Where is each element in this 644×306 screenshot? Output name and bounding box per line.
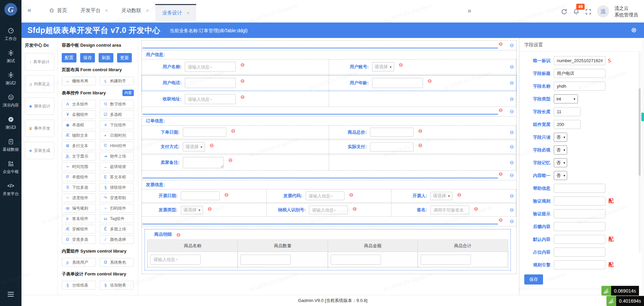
dev-item-安装生成[interactable]: ∗安装生成 (25, 142, 54, 159)
delete-row-icon[interactable]: ⊖ (509, 64, 514, 69)
component-item-添加附表[interactable]: §添加附表 (100, 281, 134, 290)
delete-component-icon[interactable]: ⊖ (176, 232, 181, 237)
component-item-辅助文本[interactable]: Æ辅助文本 (62, 131, 96, 140)
configure-link[interactable]: 配 (608, 198, 613, 204)
delete-row-icon[interactable]: ⊖ (509, 219, 514, 224)
component-item-多图上传[interactable]: Ê多图上传 (100, 225, 134, 233)
delete-row-icon[interactable]: ⊖ (509, 96, 514, 101)
user-avatar[interactable]: 流 (597, 5, 609, 17)
delete-component-icon[interactable]: ⊖ (498, 107, 503, 113)
delete-component-icon[interactable]: ⊖ (474, 206, 478, 211)
field-input[interactable] (370, 128, 414, 137)
field-textarea[interactable] (183, 157, 224, 168)
delete-row-icon[interactable]: ⊖ (509, 193, 514, 198)
component-item-签名组件[interactable]: ⊱签名组件 (62, 214, 96, 223)
detail-cell-input[interactable] (150, 255, 201, 265)
field-select[interactable]: 请选择▾ (372, 62, 394, 72)
detail-cell-input[interactable] (421, 255, 471, 265)
component-item-进度组件[interactable]: ~进度组件 (62, 193, 96, 202)
component-item-多行文本[interactable]: 〓多行文本 (62, 141, 96, 150)
sidebar-item-开发平台[interactable]: </>开发平台 (0, 179, 21, 201)
delete-component-icon[interactable]: ⊖ (399, 62, 403, 67)
component-item-Html控件[interactable]: ©Html控件 (100, 141, 134, 150)
更新-button[interactable]: 更新 (117, 53, 132, 62)
delete-row-icon[interactable]: ⊖ (509, 109, 514, 114)
delete-component-icon[interactable]: ⊖ (428, 78, 432, 83)
delete-component-icon[interactable]: ⊖ (231, 128, 235, 133)
component-item-单图组件[interactable]: P单图组件 (62, 173, 96, 181)
field-select[interactable]: 请选择▾ (181, 206, 203, 214)
component-item-多选框[interactable]: ☑多选框 (100, 110, 134, 119)
field-input[interactable] (306, 191, 344, 200)
sidebar-item-工作台[interactable]: 工作台 (0, 24, 21, 46)
tab-close-icon[interactable]: × (105, 8, 108, 13)
delete-component-icon[interactable]: ⊖ (240, 62, 245, 67)
field-input[interactable] (181, 191, 220, 200)
settings-select-内容唯一[interactable]: 否▾ (554, 171, 567, 180)
sidebar-item-基础数据[interactable]: 基础数据 (0, 134, 21, 157)
scrollbar-thumb[interactable] (641, 113, 644, 121)
dev-item-列表定义[interactable]: ♫列表定义 (25, 75, 54, 93)
delete-row-icon[interactable]: ⊖ (509, 130, 514, 135)
settings-input-默认内容[interactable] (554, 235, 605, 244)
settings-input-占位内容[interactable] (554, 248, 605, 257)
field-input[interactable] (430, 206, 469, 214)
configure-link[interactable]: 配 (608, 262, 613, 268)
refresh-icon[interactable] (561, 8, 568, 15)
expand-tabs-icon[interactable]: » (468, 7, 471, 14)
component-item-栅格布局[interactable]: ↔栅格布局 (62, 77, 96, 85)
settings-input-组件宽度[interactable] (554, 120, 581, 129)
delete-row-icon[interactable]: ⊖ (509, 207, 514, 212)
settings-input-字段长度[interactable] (554, 107, 581, 116)
delete-component-icon[interactable]: ⊖ (210, 143, 214, 148)
app-logo[interactable]: G (0, 0, 21, 19)
settings-select-字段只读[interactable]: 否▾ (554, 133, 567, 142)
field-input[interactable] (183, 128, 226, 137)
detail-cell-input[interactable] (331, 255, 381, 265)
field-select[interactable]: 请选择▾ (183, 142, 205, 151)
sidebar-item-测试[interactable]: 测试 (0, 46, 21, 68)
delete-row-icon[interactable]: ⊖ (509, 173, 514, 178)
settings-input-规则引擎[interactable] (554, 260, 605, 269)
delete-component-icon[interactable]: ⊖ (498, 171, 503, 176)
field-select[interactable]: 请选择▾ (430, 192, 452, 200)
workspace-close-icon[interactable]: ⊗ (631, 27, 637, 33)
配置-button[interactable]: 配置 (62, 53, 76, 62)
tab-业务设计[interactable]: 业务设计× (155, 4, 196, 21)
settings-input-唯一标识[interactable] (554, 56, 605, 65)
settings-select-字段必填[interactable]: 否▾ (554, 145, 567, 155)
collapse-tabs-icon[interactable]: « (28, 6, 31, 14)
field-input[interactable] (185, 78, 236, 88)
刷新-button[interactable]: 刷新 (99, 53, 113, 62)
sidebar-item-演示内容[interactable]: 演示内容 (0, 90, 21, 112)
dev-item-事件开发[interactable]: ♛事件开发 (25, 120, 54, 137)
component-item-时间范围[interactable]: ≈时间范围 (62, 162, 96, 171)
component-item-附件上传[interactable]: ↠附件上传 (100, 152, 134, 161)
delete-component-icon[interactable]: ⊖ (208, 206, 212, 211)
component-item-日期时间[interactable]: ◐日期时间 (100, 131, 134, 140)
component-item-超级链接[interactable]: ↔超级链接 (100, 162, 134, 171)
settings-input-帮助信息[interactable] (554, 184, 605, 193)
component-item-Tag组件[interactable]: ωTag组件 (100, 214, 134, 223)
delete-component-icon[interactable]: ⊖ (457, 192, 462, 197)
field-input[interactable] (309, 206, 348, 214)
delete-component-icon[interactable]: ⊖ (240, 78, 245, 83)
detail-cell-input[interactable] (240, 255, 291, 265)
field-input[interactable] (370, 142, 414, 151)
component-item-分组线条[interactable]: §分组线条 (62, 281, 96, 290)
component-item-穿梭组件[interactable]: Æ穿梭组件 (62, 225, 96, 233)
delete-component-icon[interactable]: ⊖ (353, 206, 357, 211)
fullscreen-icon[interactable] (585, 8, 592, 15)
component-item-穿透帮助[interactable]: ↷穿透帮助 (100, 193, 134, 202)
settings-input-验证规则[interactable] (554, 196, 605, 206)
settings-input-验证提示[interactable] (554, 209, 605, 218)
delete-component-icon[interactable]: ⊖ (228, 158, 233, 163)
delete-component-icon[interactable]: ⊖ (498, 217, 503, 222)
dev-item-脚本设计[interactable]: ★脚本设计 (25, 97, 54, 115)
delete-component-icon[interactable]: ⊖ (498, 41, 503, 46)
component-item-数字组件[interactable]: ½数字组件 (100, 100, 134, 108)
tab-close-icon[interactable]: × (146, 8, 149, 13)
field-input[interactable] (372, 78, 423, 88)
sidebar-item-测试2[interactable]: 测试2 (0, 68, 21, 90)
component-item-下拉多选[interactable]: S下拉多选 (62, 183, 96, 192)
